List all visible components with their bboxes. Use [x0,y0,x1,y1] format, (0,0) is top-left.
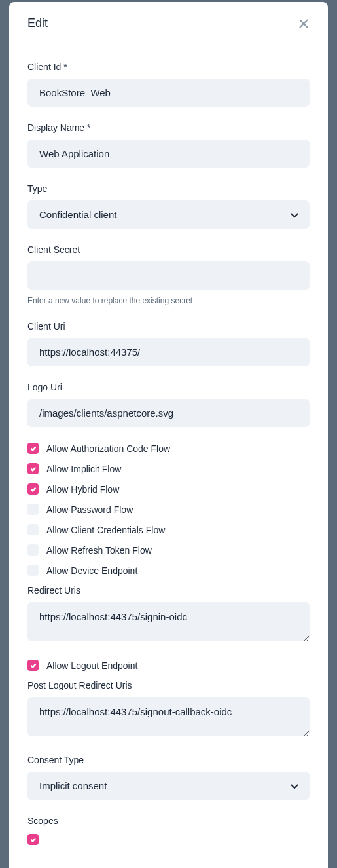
checkbox-hybrid-flow[interactable] [27,483,39,495]
label-client-secret: Client Secret [27,244,310,255]
label-client-id: Client Id * [27,62,310,72]
close-icon [298,18,309,29]
label-post-logout-uris: Post Logout Redirect Uris [27,680,310,690]
input-display-name[interactable] [27,140,310,168]
label-consent-type: Consent Type [27,755,310,765]
textarea-redirect-uris[interactable] [27,602,310,641]
label-logo-uri: Logo Uri [27,382,310,392]
field-scopes: Scopes [27,816,310,845]
field-redirect-uris: Redirect Uris [27,585,310,644]
input-client-id[interactable] [27,79,310,107]
checkbox-refresh-flow[interactable] [27,544,39,556]
label-client-uri: Client Uri [27,321,310,331]
modal-title: Edit [27,16,48,30]
label-logout-endpoint: Allow Logout Endpoint [46,660,137,671]
label-implicit-flow: Allow Implicit Flow [46,464,121,474]
input-logo-uri[interactable] [27,399,310,427]
label-auth-code-flow: Allow Authorization Code Flow [46,443,170,454]
label-client-creds-flow: Allow Client Credentials Flow [46,525,165,535]
field-logo-uri: Logo Uri [27,382,310,427]
checkbox-logout-endpoint[interactable] [27,660,39,671]
checkbox-client-creds-flow[interactable] [27,524,39,535]
select-consent-type[interactable]: Implicit consent [27,772,310,800]
label-display-name: Display Name * [27,123,310,133]
select-type[interactable]: Confidential client [27,200,310,229]
field-display-name: Display Name * [27,123,310,168]
checkbox-implicit-flow[interactable] [27,463,39,474]
label-type: Type [27,183,310,194]
field-consent-type: Consent Type Implicit consent [27,755,310,800]
checkbox-auth-code-flow[interactable] [27,443,39,454]
checkbox-password-flow[interactable] [27,504,39,515]
field-post-logout-uris: Post Logout Redirect Uris [27,680,310,739]
edit-modal: Edit Client Id * Display Name * Type Con… [9,2,328,868]
label-redirect-uris: Redirect Uris [27,585,310,595]
field-client-id: Client Id * [27,62,310,107]
label-refresh-flow: Allow Refresh Token Flow [46,545,152,556]
flow-checkboxes: Allow Authorization Code Flow Allow Impl… [27,443,310,576]
label-password-flow: Allow Password Flow [46,504,133,515]
field-client-secret: Client Secret Enter a new value to repla… [27,244,310,305]
field-type: Type Confidential client [27,183,310,229]
field-client-uri: Client Uri [27,321,310,366]
input-client-uri[interactable] [27,338,310,366]
checkbox-scope-item[interactable] [27,834,39,845]
helper-client-secret: Enter a new value to replace the existin… [27,296,310,305]
label-device-endpoint: Allow Device Endpoint [46,565,137,576]
textarea-post-logout-uris[interactable] [27,697,310,736]
checkbox-device-endpoint[interactable] [27,565,39,576]
close-button[interactable] [298,18,310,29]
label-hybrid-flow: Allow Hybrid Flow [46,484,119,495]
modal-header: Edit [27,16,310,30]
label-scopes: Scopes [27,816,310,826]
input-client-secret[interactable] [27,261,310,290]
